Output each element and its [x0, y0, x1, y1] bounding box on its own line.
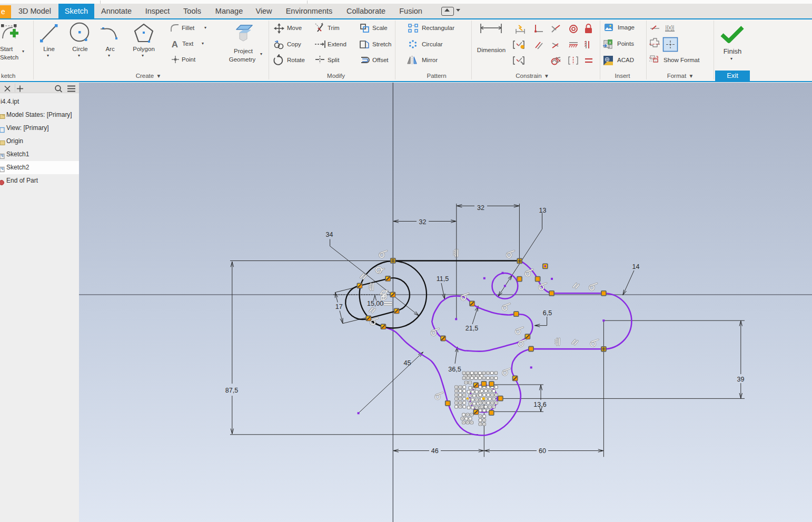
svg-text:A: A — [172, 39, 178, 49]
svg-text:|{x}|: |{x}| — [666, 25, 675, 31]
svg-text:x: x — [609, 40, 611, 45]
